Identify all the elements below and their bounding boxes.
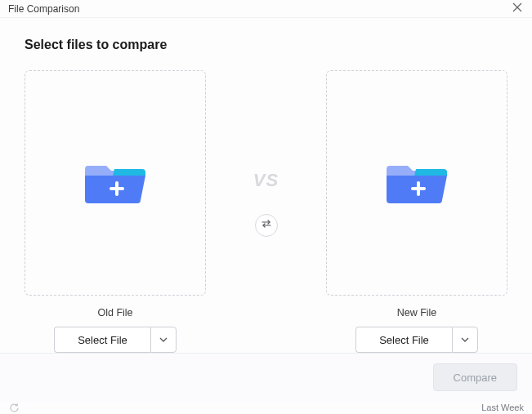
statusbar: Last Week [0, 402, 532, 414]
content-area: Select files to compare Old File [0, 18, 532, 353]
statusbar-right-text: Last Week [481, 403, 524, 412]
new-file-dropzone[interactable] [326, 70, 507, 296]
old-file-dropzone[interactable] [25, 70, 206, 296]
new-file-column: New File Select File [326, 70, 507, 353]
refresh-icon [8, 402, 20, 413]
folder-add-icon [385, 158, 449, 208]
swap-button[interactable] [255, 214, 278, 237]
middle-column: VS [226, 170, 307, 237]
window-title: File Comparison [8, 3, 79, 15]
old-file-column: Old File Select File [25, 70, 206, 353]
swap-icon [261, 218, 272, 233]
old-file-select-group: Select File [54, 327, 177, 353]
vs-label: VS [253, 170, 279, 191]
chevron-down-icon [461, 332, 469, 347]
file-comparison-window: File Comparison Select files to compare [0, 0, 532, 414]
close-icon [512, 2, 522, 15]
new-file-select-button[interactable]: Select File [355, 327, 452, 353]
old-file-select-button[interactable]: Select File [54, 327, 150, 353]
titlebar: File Comparison [0, 0, 532, 18]
compare-row: Old File Select File VS [25, 70, 507, 353]
chevron-down-icon [159, 332, 168, 347]
window-close-button[interactable] [509, 1, 525, 17]
old-file-select-dropdown[interactable] [150, 327, 177, 353]
page-title: Select files to compare [25, 38, 507, 52]
folder-add-icon [83, 158, 147, 208]
new-file-select-dropdown[interactable] [452, 327, 478, 353]
new-file-select-group: Select File [355, 327, 478, 353]
compare-button[interactable]: Compare [433, 363, 517, 391]
new-file-label: New File [397, 307, 437, 318]
old-file-label: Old File [97, 307, 132, 318]
footer-bar: Compare [0, 353, 532, 402]
